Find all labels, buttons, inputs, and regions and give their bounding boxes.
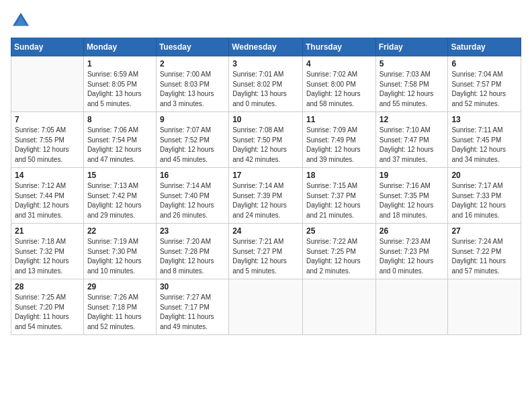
day-info: Sunrise: 7:27 AM Sunset: 7:17 PM Dayligh… [160, 293, 225, 332]
day-info: Sunrise: 7:25 AM Sunset: 7:20 PM Dayligh… [15, 293, 80, 332]
day-number: 29 [87, 282, 152, 291]
day-info: Sunrise: 7:18 AM Sunset: 7:32 PM Dayligh… [15, 237, 80, 276]
calendar-cell: 2Sunrise: 7:00 AM Sunset: 8:03 PM Daylig… [156, 56, 228, 112]
day-info: Sunrise: 7:13 AM Sunset: 7:42 PM Dayligh… [87, 181, 152, 220]
day-info: Sunrise: 7:17 AM Sunset: 7:33 PM Dayligh… [451, 181, 517, 220]
day-number: 14 [15, 171, 80, 180]
calendar-cell: 9Sunrise: 7:07 AM Sunset: 7:52 PM Daylig… [156, 112, 228, 168]
day-number: 9 [160, 115, 225, 124]
calendar-cell: 3Sunrise: 7:01 AM Sunset: 8:02 PM Daylig… [229, 56, 303, 112]
day-number: 28 [15, 282, 80, 291]
calendar-cell: 17Sunrise: 7:14 AM Sunset: 7:39 PM Dayli… [229, 168, 303, 224]
calendar-cell: 10Sunrise: 7:08 AM Sunset: 7:50 PM Dayli… [229, 112, 303, 168]
day-info: Sunrise: 7:08 AM Sunset: 7:50 PM Dayligh… [232, 126, 299, 165]
day-number: 20 [451, 171, 517, 180]
day-number: 8 [87, 115, 152, 124]
calendar-cell: 27Sunrise: 7:24 AM Sunset: 7:22 PM Dayli… [448, 224, 521, 279]
calendar-cell: 11Sunrise: 7:09 AM Sunset: 7:49 PM Dayli… [302, 112, 375, 168]
week-row-5: 28Sunrise: 7:25 AM Sunset: 7:20 PM Dayli… [11, 279, 521, 335]
calendar-cell: 13Sunrise: 7:11 AM Sunset: 7:45 PM Dayli… [448, 112, 521, 168]
column-header-thursday: Thursday [302, 38, 375, 56]
day-number: 30 [160, 282, 225, 291]
day-number: 22 [87, 226, 152, 236]
day-info: Sunrise: 7:10 AM Sunset: 7:47 PM Dayligh… [380, 126, 445, 165]
calendar-cell: 26Sunrise: 7:23 AM Sunset: 7:23 PM Dayli… [375, 224, 448, 279]
calendar-cell: 29Sunrise: 7:26 AM Sunset: 7:18 PM Dayli… [83, 279, 156, 335]
day-number: 18 [306, 171, 372, 180]
day-number: 1 [87, 59, 152, 68]
calendar-cell: 1Sunrise: 6:59 AM Sunset: 8:05 PM Daylig… [83, 56, 156, 112]
calendar-cell: 8Sunrise: 7:06 AM Sunset: 7:54 PM Daylig… [83, 112, 156, 168]
page-header [11, 11, 521, 31]
week-row-2: 7Sunrise: 7:05 AM Sunset: 7:55 PM Daylig… [11, 112, 521, 168]
header-row: SundayMondayTuesdayWednesdayThursdayFrid… [11, 38, 521, 56]
column-header-sunday: Sunday [11, 38, 84, 56]
day-info: Sunrise: 7:14 AM Sunset: 7:40 PM Dayligh… [160, 181, 225, 220]
day-info: Sunrise: 7:07 AM Sunset: 7:52 PM Dayligh… [160, 126, 225, 165]
week-row-1: 1Sunrise: 6:59 AM Sunset: 8:05 PM Daylig… [11, 56, 521, 112]
day-number: 24 [232, 226, 299, 236]
calendar-cell: 19Sunrise: 7:16 AM Sunset: 7:35 PM Dayli… [375, 168, 448, 224]
day-info: Sunrise: 7:21 AM Sunset: 7:27 PM Dayligh… [232, 237, 299, 276]
day-number: 3 [232, 59, 299, 68]
day-info: Sunrise: 7:00 AM Sunset: 8:03 PM Dayligh… [160, 70, 225, 109]
day-number: 27 [451, 226, 517, 236]
day-number: 25 [306, 226, 372, 236]
calendar-cell [302, 279, 375, 335]
column-header-tuesday: Tuesday [156, 38, 228, 56]
day-info: Sunrise: 7:24 AM Sunset: 7:22 PM Dayligh… [451, 237, 517, 276]
day-number: 23 [160, 226, 225, 236]
day-info: Sunrise: 7:12 AM Sunset: 7:44 PM Dayligh… [15, 181, 80, 220]
day-number: 7 [15, 115, 80, 124]
day-info: Sunrise: 7:15 AM Sunset: 7:37 PM Dayligh… [306, 181, 372, 220]
day-number: 21 [15, 226, 80, 236]
calendar-cell: 6Sunrise: 7:04 AM Sunset: 7:57 PM Daylig… [448, 56, 521, 112]
day-number: 16 [160, 171, 225, 180]
calendar-cell: 21Sunrise: 7:18 AM Sunset: 7:32 PM Dayli… [11, 224, 84, 279]
calendar-cell: 22Sunrise: 7:19 AM Sunset: 7:30 PM Dayli… [83, 224, 156, 279]
day-info: Sunrise: 7:05 AM Sunset: 7:55 PM Dayligh… [15, 126, 80, 165]
column-header-friday: Friday [375, 38, 448, 56]
day-info: Sunrise: 7:16 AM Sunset: 7:35 PM Dayligh… [380, 181, 445, 220]
day-number: 10 [232, 115, 299, 124]
day-info: Sunrise: 7:02 AM Sunset: 8:00 PM Dayligh… [306, 70, 372, 109]
calendar-cell: 12Sunrise: 7:10 AM Sunset: 7:47 PM Dayli… [375, 112, 448, 168]
calendar-cell [11, 56, 84, 112]
week-row-4: 21Sunrise: 7:18 AM Sunset: 7:32 PM Dayli… [11, 224, 521, 279]
day-number: 13 [451, 115, 517, 124]
calendar-table: SundayMondayTuesdayWednesdayThursdayFrid… [11, 38, 521, 335]
day-info: Sunrise: 7:06 AM Sunset: 7:54 PM Dayligh… [87, 126, 152, 165]
day-number: 17 [232, 171, 299, 180]
calendar-cell: 18Sunrise: 7:15 AM Sunset: 7:37 PM Dayli… [302, 168, 375, 224]
logo-icon [11, 11, 31, 31]
day-number: 19 [380, 171, 445, 180]
day-number: 15 [87, 171, 152, 180]
calendar-cell: 15Sunrise: 7:13 AM Sunset: 7:42 PM Dayli… [83, 168, 156, 224]
calendar-cell: 14Sunrise: 7:12 AM Sunset: 7:44 PM Dayli… [11, 168, 84, 224]
calendar-cell: 25Sunrise: 7:22 AM Sunset: 7:25 PM Dayli… [302, 224, 375, 279]
day-info: Sunrise: 7:01 AM Sunset: 8:02 PM Dayligh… [232, 70, 299, 109]
day-info: Sunrise: 7:22 AM Sunset: 7:25 PM Dayligh… [306, 237, 372, 276]
column-header-saturday: Saturday [448, 38, 521, 56]
day-number: 11 [306, 115, 372, 124]
calendar-cell: 28Sunrise: 7:25 AM Sunset: 7:20 PM Dayli… [11, 279, 84, 335]
day-info: Sunrise: 6:59 AM Sunset: 8:05 PM Dayligh… [87, 70, 152, 109]
day-number: 4 [306, 59, 372, 68]
column-header-wednesday: Wednesday [229, 38, 303, 56]
calendar-cell [375, 279, 448, 335]
logo [11, 11, 34, 31]
day-number: 6 [451, 59, 517, 68]
day-info: Sunrise: 7:14 AM Sunset: 7:39 PM Dayligh… [232, 181, 299, 220]
day-info: Sunrise: 7:11 AM Sunset: 7:45 PM Dayligh… [451, 126, 517, 165]
day-info: Sunrise: 7:09 AM Sunset: 7:49 PM Dayligh… [306, 126, 372, 165]
day-info: Sunrise: 7:04 AM Sunset: 7:57 PM Dayligh… [451, 70, 517, 109]
day-info: Sunrise: 7:03 AM Sunset: 7:58 PM Dayligh… [380, 70, 445, 109]
calendar-cell: 5Sunrise: 7:03 AM Sunset: 7:58 PM Daylig… [375, 56, 448, 112]
calendar-cell [448, 279, 521, 335]
day-info: Sunrise: 7:23 AM Sunset: 7:23 PM Dayligh… [380, 237, 445, 276]
calendar-cell: 23Sunrise: 7:20 AM Sunset: 7:28 PM Dayli… [156, 224, 228, 279]
calendar-cell: 24Sunrise: 7:21 AM Sunset: 7:27 PM Dayli… [229, 224, 303, 279]
day-number: 2 [160, 59, 225, 68]
calendar-cell: 20Sunrise: 7:17 AM Sunset: 7:33 PM Dayli… [448, 168, 521, 224]
day-number: 26 [380, 226, 445, 236]
